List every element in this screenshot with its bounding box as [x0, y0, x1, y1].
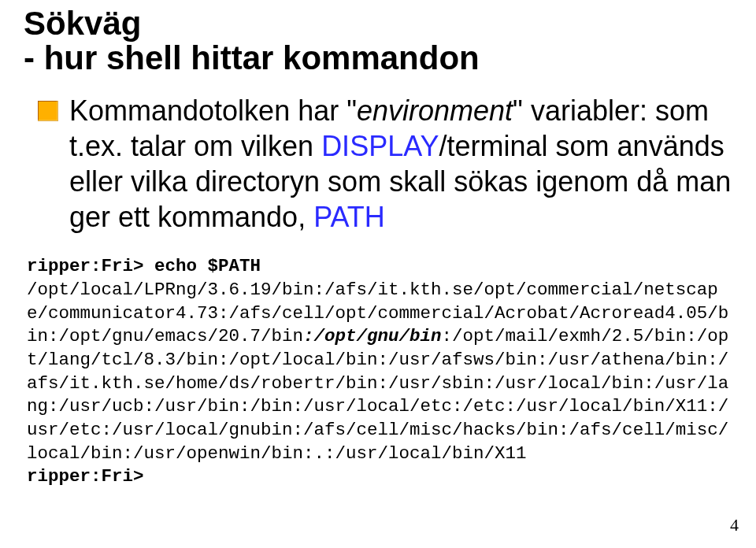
path-seg2: :/opt/mail/exmh/2.5/bin:/opt/lang/tcl/8.…: [27, 326, 728, 463]
keyword-display: DISPLAY: [321, 130, 439, 162]
slide-root: Sökväg - hur shell hittar kommandon Komm…: [0, 0, 756, 548]
path-optgnubin: :/opt/gnu/bin: [303, 326, 442, 346]
prompt-2: ripper:Fri>: [27, 466, 144, 487]
slide-title: Sökväg - hur shell hittar kommandon: [24, 6, 732, 76]
title-line1: Sökväg: [24, 5, 141, 42]
prompt-1: ripper:Fri>: [27, 256, 154, 276]
page-number: 4: [730, 515, 739, 535]
command-echo: echo $PATH: [154, 256, 261, 276]
svg-rect-0: [38, 101, 58, 121]
bullet-item: Kommandotolken har "environment" variabl…: [38, 93, 732, 235]
bullet-env: environment: [357, 94, 513, 127]
bullet-text: Kommandotolken har "environment" variabl…: [69, 93, 732, 235]
terminal-block: ripper:Fri> echo $PATH /opt/local/LPRng/…: [27, 255, 732, 489]
bullet-icon: [38, 101, 58, 121]
keyword-path: PATH: [313, 201, 385, 233]
bullet-pre: Kommandotolken har ": [69, 94, 357, 127]
title-line2: - hur shell hittar kommandon: [24, 41, 732, 76]
